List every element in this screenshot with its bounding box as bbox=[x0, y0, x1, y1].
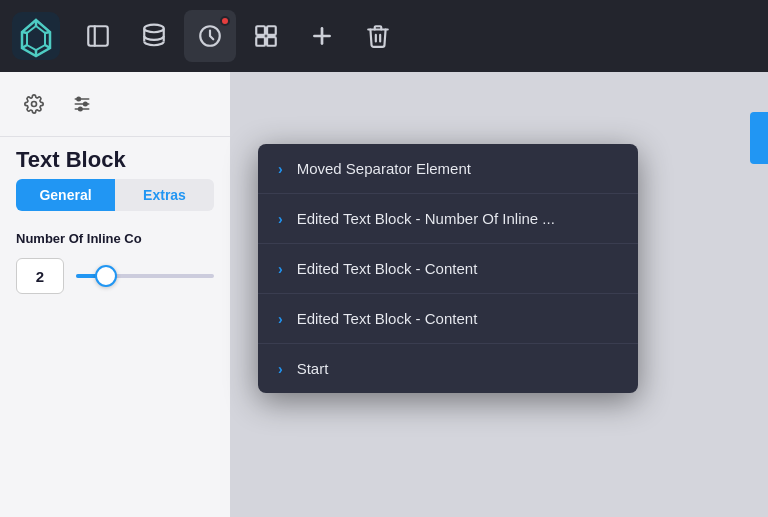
settings-button[interactable] bbox=[16, 86, 52, 122]
svg-point-9 bbox=[144, 25, 164, 33]
svg-rect-11 bbox=[256, 26, 265, 35]
svg-line-6 bbox=[22, 32, 27, 33]
svg-rect-12 bbox=[267, 26, 276, 35]
svg-rect-14 bbox=[267, 37, 276, 46]
slider-container[interactable] bbox=[76, 258, 214, 294]
dropdown-item-label: Edited Text Block - Content bbox=[297, 310, 478, 327]
dropdown-item-label: Edited Text Block - Content bbox=[297, 260, 478, 277]
toolbar bbox=[0, 0, 768, 72]
slider-thumb[interactable] bbox=[95, 265, 117, 287]
tab-general[interactable]: General bbox=[16, 179, 115, 211]
delete-button[interactable] bbox=[352, 10, 404, 62]
sidebar-toggle-button[interactable] bbox=[72, 10, 124, 62]
dropdown-item-label: Edited Text Block - Number Of Inline ... bbox=[297, 210, 555, 227]
dropdown-item-start[interactable]: › Start bbox=[258, 344, 638, 393]
dropdown-item-edited-content-2[interactable]: › Edited Text Block - Content bbox=[258, 294, 638, 344]
inline-count-control bbox=[0, 252, 230, 300]
slider-track bbox=[76, 274, 214, 278]
svg-line-2 bbox=[45, 32, 50, 33]
history-dropdown: › Moved Separator Element › Edited Text … bbox=[258, 144, 638, 393]
left-panel: Text Block General Extras Number Of Inli… bbox=[0, 72, 230, 517]
chevron-right-icon: › bbox=[278, 211, 283, 227]
dropdown-item-moved-separator[interactable]: › Moved Separator Element bbox=[258, 144, 638, 194]
dropdown-item-edited-content-1[interactable]: › Edited Text Block - Content bbox=[258, 244, 638, 294]
chevron-right-icon: › bbox=[278, 311, 283, 327]
app-logo bbox=[12, 12, 60, 60]
dropdown-item-edited-inline[interactable]: › Edited Text Block - Number Of Inline .… bbox=[258, 194, 638, 244]
panel-header bbox=[0, 72, 230, 137]
svg-rect-7 bbox=[88, 26, 108, 46]
add-button[interactable] bbox=[296, 10, 348, 62]
layers-button[interactable] bbox=[128, 10, 180, 62]
svg-rect-13 bbox=[256, 37, 265, 46]
dropdown-item-label: Start bbox=[297, 360, 329, 377]
history-button[interactable] bbox=[184, 10, 236, 62]
dropdown-item-label: Moved Separator Element bbox=[297, 160, 471, 177]
svg-point-19 bbox=[32, 102, 37, 107]
svg-point-23 bbox=[77, 97, 80, 100]
svg-point-25 bbox=[79, 107, 82, 110]
blue-handle[interactable] bbox=[750, 112, 768, 164]
chevron-right-icon: › bbox=[278, 161, 283, 177]
components-button[interactable] bbox=[240, 10, 292, 62]
main-area: Text Block General Extras Number Of Inli… bbox=[0, 72, 768, 517]
section-title: Number Of Inline Co bbox=[0, 223, 230, 252]
number-input[interactable] bbox=[16, 258, 64, 294]
panel-title: Text Block bbox=[0, 137, 230, 179]
tab-extras[interactable]: Extras bbox=[115, 179, 214, 211]
chevron-right-icon: › bbox=[278, 261, 283, 277]
panel-tabs: General Extras bbox=[16, 179, 214, 211]
chevron-right-icon: › bbox=[278, 361, 283, 377]
svg-point-24 bbox=[84, 102, 87, 105]
history-badge bbox=[220, 16, 230, 26]
sliders-button[interactable] bbox=[64, 86, 100, 122]
